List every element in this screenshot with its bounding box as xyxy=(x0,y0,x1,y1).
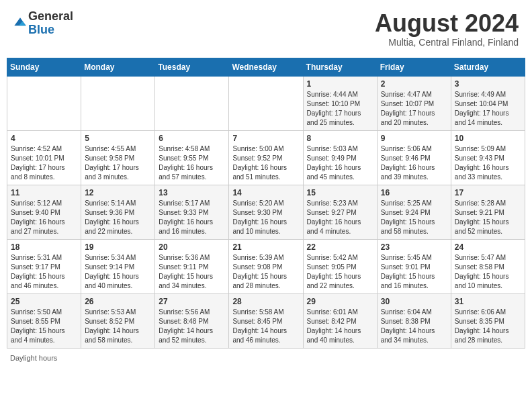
calendar-cell: 14Sunrise: 5:20 AMSunset: 9:30 PMDayligh… xyxy=(229,185,303,239)
calendar-cell: 1Sunrise: 4:44 AMSunset: 10:10 PMDayligh… xyxy=(303,76,377,130)
calendar-cell: 2Sunrise: 4:47 AMSunset: 10:07 PMDayligh… xyxy=(377,76,451,130)
calendar-cell: 4Sunrise: 4:52 AMSunset: 10:01 PMDayligh… xyxy=(7,130,81,185)
day-number: 17 xyxy=(455,188,521,197)
day-info: Sunrise: 4:49 AMSunset: 10:04 PMDaylight… xyxy=(455,90,521,128)
day-number: 23 xyxy=(381,242,447,252)
day-info: Sunrise: 4:52 AMSunset: 10:01 PMDaylight… xyxy=(11,144,77,182)
day-info: Sunrise: 5:09 AMSunset: 9:43 PMDaylight:… xyxy=(455,144,521,182)
header-row: SundayMondayTuesdayWednesdayThursdayFrid… xyxy=(7,58,525,76)
calendar-cell: 26Sunrise: 5:53 AMSunset: 8:52 PMDayligh… xyxy=(81,293,155,348)
day-number: 4 xyxy=(11,134,77,143)
day-number: 21 xyxy=(232,242,299,252)
day-info: Sunrise: 6:04 AMSunset: 8:38 PMDaylight:… xyxy=(381,308,447,345)
column-header-saturday: Saturday xyxy=(451,58,525,76)
title-block: August 2024 Multia, Central Finland, Fin… xyxy=(375,10,519,48)
calendar-week-row: 25Sunrise: 5:50 AMSunset: 8:55 PMDayligh… xyxy=(7,293,525,348)
calendar-header: SundayMondayTuesdayWednesdayThursdayFrid… xyxy=(7,58,525,76)
day-number: 22 xyxy=(307,242,373,252)
daylight-hours-label: Daylight hours xyxy=(10,354,57,362)
calendar-cell: 22Sunrise: 5:42 AMSunset: 9:05 PMDayligh… xyxy=(303,239,377,293)
day-number: 24 xyxy=(455,242,521,252)
calendar-cell: 29Sunrise: 6:01 AMSunset: 8:42 PMDayligh… xyxy=(303,293,377,348)
calendar-cell: 23Sunrise: 5:45 AMSunset: 9:01 PMDayligh… xyxy=(377,239,451,293)
day-info: Sunrise: 5:31 AMSunset: 9:17 PMDaylight:… xyxy=(11,253,77,291)
calendar-cell xyxy=(229,76,303,130)
day-number: 1 xyxy=(307,79,373,89)
day-number: 31 xyxy=(455,297,521,306)
column-header-wednesday: Wednesday xyxy=(229,58,303,76)
day-info: Sunrise: 5:34 AMSunset: 9:14 PMDaylight:… xyxy=(85,253,151,291)
day-info: Sunrise: 5:06 AMSunset: 9:46 PMDaylight:… xyxy=(381,144,447,182)
day-number: 10 xyxy=(455,134,521,143)
day-info: Sunrise: 5:28 AMSunset: 9:21 PMDaylight:… xyxy=(455,199,521,236)
calendar-cell: 3Sunrise: 4:49 AMSunset: 10:04 PMDayligh… xyxy=(451,76,525,130)
day-info: Sunrise: 5:14 AMSunset: 9:36 PMDaylight:… xyxy=(85,199,151,236)
calendar-cell: 12Sunrise: 5:14 AMSunset: 9:36 PMDayligh… xyxy=(81,185,155,239)
day-info: Sunrise: 5:20 AMSunset: 9:30 PMDaylight:… xyxy=(232,199,299,236)
calendar-cell: 21Sunrise: 5:39 AMSunset: 9:08 PMDayligh… xyxy=(229,239,303,293)
calendar-cell xyxy=(155,76,229,130)
calendar-cell: 18Sunrise: 5:31 AMSunset: 9:17 PMDayligh… xyxy=(7,239,81,293)
day-info: Sunrise: 5:12 AMSunset: 9:40 PMDaylight:… xyxy=(11,199,77,236)
day-number: 26 xyxy=(85,297,151,306)
day-number: 13 xyxy=(159,188,225,197)
column-header-monday: Monday xyxy=(81,58,155,76)
logo-general-text: General xyxy=(28,10,73,24)
day-info: Sunrise: 5:03 AMSunset: 9:49 PMDaylight:… xyxy=(307,144,373,182)
day-number: 11 xyxy=(11,188,77,197)
day-info: Sunrise: 5:56 AMSunset: 8:48 PMDaylight:… xyxy=(159,308,225,345)
day-info: Sunrise: 5:58 AMSunset: 8:45 PMDaylight:… xyxy=(232,308,299,345)
day-number: 7 xyxy=(232,134,299,143)
day-number: 5 xyxy=(85,134,151,143)
day-number: 18 xyxy=(11,242,77,252)
calendar-cell: 24Sunrise: 5:47 AMSunset: 8:58 PMDayligh… xyxy=(451,239,525,293)
calendar-cell xyxy=(7,76,81,130)
calendar-cell: 13Sunrise: 5:17 AMSunset: 9:33 PMDayligh… xyxy=(155,185,229,239)
day-info: Sunrise: 5:45 AMSunset: 9:01 PMDaylight:… xyxy=(381,253,447,291)
day-info: Sunrise: 6:01 AMSunset: 8:42 PMDaylight:… xyxy=(307,308,373,345)
day-info: Sunrise: 4:47 AMSunset: 10:07 PMDaylight… xyxy=(381,90,447,128)
calendar-cell: 7Sunrise: 5:00 AMSunset: 9:52 PMDaylight… xyxy=(229,130,303,185)
column-header-friday: Friday xyxy=(377,58,451,76)
calendar-cell: 6Sunrise: 4:58 AMSunset: 9:55 PMDaylight… xyxy=(155,130,229,185)
calendar-cell xyxy=(81,76,155,130)
month-title: August 2024 xyxy=(375,10,519,37)
calendar-cell: 27Sunrise: 5:56 AMSunset: 8:48 PMDayligh… xyxy=(155,293,229,348)
day-number: 9 xyxy=(381,134,447,143)
column-header-tuesday: Tuesday xyxy=(155,58,229,76)
calendar-cell: 10Sunrise: 5:09 AMSunset: 9:43 PMDayligh… xyxy=(451,130,525,185)
day-number: 15 xyxy=(307,188,373,197)
day-number: 19 xyxy=(85,242,151,252)
day-info: Sunrise: 5:53 AMSunset: 8:52 PMDaylight:… xyxy=(85,308,151,345)
calendar-cell: 25Sunrise: 5:50 AMSunset: 8:55 PMDayligh… xyxy=(7,293,81,348)
day-info: Sunrise: 4:55 AMSunset: 9:58 PMDaylight:… xyxy=(85,144,151,182)
day-info: Sunrise: 5:50 AMSunset: 8:55 PMDaylight:… xyxy=(11,308,77,345)
day-number: 2 xyxy=(381,79,447,89)
calendar-cell: 5Sunrise: 4:55 AMSunset: 9:58 PMDaylight… xyxy=(81,130,155,185)
footer: Daylight hours xyxy=(7,354,525,362)
calendar-cell: 28Sunrise: 5:58 AMSunset: 8:45 PMDayligh… xyxy=(229,293,303,348)
day-info: Sunrise: 5:42 AMSunset: 9:05 PMDaylight:… xyxy=(307,253,373,291)
calendar-cell: 11Sunrise: 5:12 AMSunset: 9:40 PMDayligh… xyxy=(7,185,81,239)
day-number: 14 xyxy=(232,188,299,197)
calendar-cell: 8Sunrise: 5:03 AMSunset: 9:49 PMDaylight… xyxy=(303,130,377,185)
day-info: Sunrise: 5:17 AMSunset: 9:33 PMDaylight:… xyxy=(159,199,225,236)
logo-blue-text: Blue xyxy=(28,24,73,37)
day-info: Sunrise: 5:00 AMSunset: 9:52 PMDaylight:… xyxy=(232,144,299,182)
day-info: Sunrise: 5:36 AMSunset: 9:11 PMDaylight:… xyxy=(159,253,225,291)
day-number: 30 xyxy=(381,297,447,306)
day-number: 29 xyxy=(307,297,373,306)
column-header-thursday: Thursday xyxy=(303,58,377,76)
calendar-week-row: 1Sunrise: 4:44 AMSunset: 10:10 PMDayligh… xyxy=(7,76,525,130)
calendar-week-row: 11Sunrise: 5:12 AMSunset: 9:40 PMDayligh… xyxy=(7,185,525,239)
logo: General Blue xyxy=(13,10,73,37)
day-number: 8 xyxy=(307,134,373,143)
calendar-body: 1Sunrise: 4:44 AMSunset: 10:10 PMDayligh… xyxy=(7,76,525,348)
day-number: 16 xyxy=(381,188,447,197)
day-number: 3 xyxy=(455,79,521,89)
day-number: 20 xyxy=(159,242,225,252)
day-info: Sunrise: 6:06 AMSunset: 8:35 PMDaylight:… xyxy=(455,308,521,345)
day-number: 12 xyxy=(85,188,151,197)
calendar-week-row: 18Sunrise: 5:31 AMSunset: 9:17 PMDayligh… xyxy=(7,239,525,293)
day-info: Sunrise: 4:44 AMSunset: 10:10 PMDaylight… xyxy=(307,90,373,128)
